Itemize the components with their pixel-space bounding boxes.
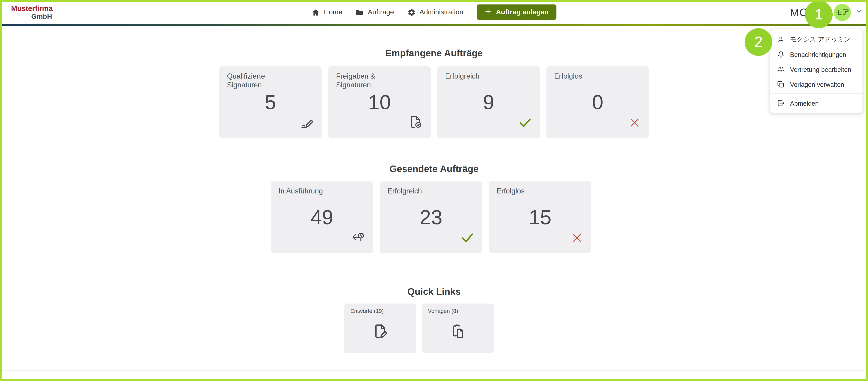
folder-icon — [355, 8, 364, 16]
nav-auftraege[interactable]: Aufträge — [355, 8, 394, 16]
card-title: Erfolglos — [554, 72, 622, 80]
avatar[interactable]: モア — [834, 4, 851, 21]
stat-card-freigaben-signaturen[interactable]: Freigaben & Signaturen 10 — [328, 66, 431, 138]
gear-icon — [407, 8, 415, 16]
nav-administration-label: Administration — [420, 8, 463, 16]
annotation-1-label: 1 — [815, 6, 823, 23]
card-title: In Ausführung — [278, 187, 346, 196]
file-check-icon — [408, 114, 423, 132]
nav-auftraege-label: Aufträge — [368, 8, 394, 16]
home-icon — [312, 8, 320, 16]
card-value: 5 — [219, 92, 322, 112]
section-title-quick-links: Quick Links — [0, 286, 868, 297]
main-nav: Home Aufträge Administration Auftrag anl… — [312, 0, 556, 24]
nav-home-label: Home — [324, 8, 342, 16]
sent-cards-row: In Ausführung 49 Erfolgreich 23 Erfolglo… — [0, 181, 868, 253]
annotation-circle-2: 2 — [745, 28, 772, 56]
copy-icon — [777, 80, 785, 89]
received-cards-row: Qualifizierte Signaturen 5 Freigaben & S… — [0, 66, 868, 138]
stat-card-qualifizierte-signaturen[interactable]: Qualifizierte Signaturen 5 — [219, 66, 322, 138]
x-icon — [570, 231, 584, 247]
card-title: Erfolgreich — [388, 187, 455, 196]
quick-link-label: Vorlagen (8) — [428, 308, 458, 314]
section-divider — [0, 275, 868, 275]
card-value: 49 — [271, 207, 373, 228]
stat-card-sent-erfolglos[interactable]: Erfolglos 15 — [489, 181, 591, 253]
card-value: 9 — [437, 92, 540, 112]
bell-icon — [777, 50, 785, 59]
menu-item-vorlagen[interactable]: Vorlagen verwalten — [770, 77, 863, 92]
x-icon — [628, 116, 641, 132]
company-logo: Musterfirma GmbH — [11, 5, 52, 21]
section-title-received: Empfangene Aufträge — [0, 48, 868, 59]
check-icon — [460, 230, 474, 246]
menu-item-abmelden[interactable]: Abmelden — [770, 96, 863, 111]
plus-icon — [484, 8, 492, 16]
quick-link-entwuerfe[interactable]: Entwürfe (19) — [344, 304, 416, 353]
stat-card-in-ausfuehrung[interactable]: In Ausführung 49 — [271, 181, 373, 253]
logout-icon — [777, 99, 785, 107]
check-icon — [518, 115, 532, 132]
nav-administration[interactable]: Administration — [407, 8, 463, 16]
card-title: Freigaben & Signaturen — [336, 72, 404, 89]
stat-card-received-erfolgreich[interactable]: Erfolgreich 9 — [437, 66, 540, 138]
stat-card-sent-erfolgreich[interactable]: Erfolgreich 23 — [380, 181, 482, 253]
user-dropdown-menu: モクシス アドゥミン Benachrichtigungen Vertretung… — [770, 29, 863, 113]
create-order-label: Auftrag anlegen — [496, 8, 549, 16]
people-icon — [777, 65, 785, 73]
annotation-circle-1: 1 — [805, 1, 833, 28]
quick-links-row: Entwürfe (19) Vorlagen (8) — [0, 304, 868, 353]
app-header: Musterfirma GmbH Home Aufträge Admini — [0, 0, 868, 24]
menu-item-vorlagen-label: Vorlagen verwalten — [790, 81, 844, 88]
card-value: 23 — [380, 207, 482, 228]
templates-icon — [450, 323, 466, 342]
menu-item-abmelden-label: Abmelden — [790, 100, 819, 106]
person-icon — [777, 35, 785, 44]
pending-clock-icon — [350, 230, 365, 246]
annotation-2-label: 2 — [754, 33, 763, 50]
card-title: Erfolgreich — [445, 72, 513, 80]
card-title: Erfolglos — [497, 187, 564, 196]
menu-divider — [770, 94, 863, 94]
card-value: 15 — [489, 207, 591, 228]
section-title-sent: Gesendete Aufträge — [0, 164, 868, 175]
avatar-label: モア — [835, 7, 849, 17]
chevron-down-icon[interactable] — [856, 7, 863, 17]
create-order-button[interactable]: Auftrag anlegen — [476, 4, 556, 20]
menu-item-benachrichtigungen-label: Benachrichtigungen — [790, 51, 846, 58]
nav-home[interactable]: Home — [312, 8, 342, 16]
menu-item-vertretung-label: Vertretung bearbeiten — [790, 66, 851, 73]
scaled-viewport: Musterfirma GmbH Home Aufträge Admini — [0, 0, 868, 381]
menu-item-profile[interactable]: モクシス アドゥミン — [770, 32, 863, 47]
stat-card-received-erfolglos[interactable]: Erfolglos 0 — [547, 66, 649, 138]
quick-link-label: Entwürfe (19) — [350, 308, 384, 314]
quick-link-vorlagen[interactable]: Vorlagen (8) — [422, 304, 494, 353]
draft-document-icon — [372, 323, 389, 342]
logo-line2: GmbH — [11, 13, 52, 21]
file-signature-icon — [299, 114, 314, 132]
menu-item-profile-label: モクシス アドゥミン — [790, 35, 850, 44]
card-value: 10 — [328, 92, 431, 112]
card-title: Qualifizierte Signaturen — [227, 72, 294, 89]
dashboard-page: Musterfirma GmbH Home Aufträge Admini — [0, 0, 868, 381]
logo-line1: Musterfirma — [11, 5, 52, 13]
footer-divider — [0, 370, 868, 371]
card-value: 0 — [547, 92, 649, 112]
header-accent-border — [0, 24, 868, 26]
menu-item-benachrichtigungen[interactable]: Benachrichtigungen — [770, 47, 863, 62]
menu-item-vertretung[interactable]: Vertretung bearbeiten — [770, 62, 863, 77]
